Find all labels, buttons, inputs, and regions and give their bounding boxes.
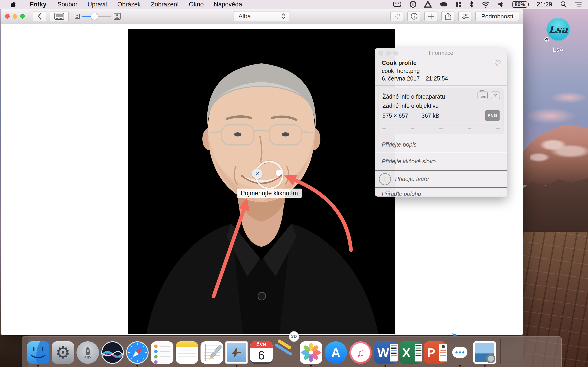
- face-dismiss-button[interactable]: ×: [252, 168, 262, 179]
- album-popup-button[interactable]: Alba: [233, 11, 289, 21]
- battery-nub: [528, 3, 529, 6]
- menu-item-upravit[interactable]: Upravit: [82, 1, 112, 8]
- launchpad-icon: [77, 341, 99, 364]
- excel-letter: X: [399, 341, 422, 364]
- exif-placeholder-row: – – – – –: [382, 124, 500, 132]
- exif-dash: –: [382, 124, 386, 132]
- photo-datetime: 6. června 2017 21:25:54: [382, 75, 501, 82]
- calendar-day: 6: [250, 348, 273, 362]
- dock-item-reminders[interactable]: [151, 341, 173, 364]
- volume-icon[interactable]: [498, 1, 505, 8]
- back-button[interactable]: [33, 11, 46, 21]
- mouse-cursor-icon: [544, 34, 551, 42]
- favorite-button[interactable]: ♡: [390, 11, 404, 21]
- onepassword-icon[interactable]: [409, 1, 416, 8]
- add-button[interactable]: [424, 11, 438, 21]
- google-drive-icon[interactable]: [424, 1, 432, 8]
- dock-item-calendar[interactable]: ČVN 6: [250, 341, 273, 364]
- dock-item-excel[interactable]: X: [399, 341, 422, 364]
- dock-item-messages[interactable]: [449, 341, 471, 364]
- bluetooth-icon[interactable]: [469, 1, 474, 8]
- menu-item-fotky[interactable]: Fotky: [25, 1, 52, 8]
- dock-item-itunes[interactable]: ♫: [349, 341, 372, 364]
- dock-item-finder[interactable]: [27, 341, 49, 364]
- dock-item-powerpoint[interactable]: P: [424, 341, 446, 364]
- thumbnail-zoom-slider[interactable]: [75, 13, 121, 20]
- running-indicator: [484, 365, 485, 367]
- face-name-tooltip[interactable]: Pojmenujte kliknutím: [237, 189, 302, 198]
- toolbar-right-group: ♡: [387, 11, 519, 21]
- camera-help-icon[interactable]: ?: [491, 92, 500, 99]
- wallpaper-mountain-strip: [523, 0, 588, 367]
- share-button[interactable]: [441, 11, 455, 21]
- battery-indicator[interactable]: 80%: [512, 1, 529, 8]
- photo-tim-cook[interactable]: × Pojmenujte kliknutím: [128, 29, 395, 334]
- dock: ⚙: [22, 336, 562, 367]
- dock-item-mail[interactable]: [225, 341, 248, 364]
- view-mode-button[interactable]: [50, 11, 69, 21]
- minimize-window-button[interactable]: [13, 14, 17, 19]
- dock-item-safari[interactable]: [126, 341, 149, 364]
- dock-item-preview[interactable]: [473, 341, 496, 364]
- desktop-shortcut-lsa[interactable]: Lsa LsA: [541, 18, 575, 53]
- small-photo-icon: [75, 14, 80, 19]
- lsa-badge-icon[interactable]: Lsa: [547, 18, 569, 40]
- info-button[interactable]: [407, 11, 421, 21]
- dock-item-notes[interactable]: [176, 341, 198, 364]
- photo-filesize: 367 kB: [422, 111, 439, 120]
- menu-item-napoveda[interactable]: Nápověda: [209, 1, 247, 8]
- adjust-button[interactable]: [458, 11, 472, 21]
- safari-icon: [126, 341, 149, 364]
- panel-favorite-button[interactable]: ♡: [494, 60, 501, 67]
- menu-item-okno[interactable]: Okno: [184, 1, 209, 8]
- add-face-icon[interactable]: +: [379, 173, 391, 185]
- details-button[interactable]: Podrobnosti: [476, 11, 519, 21]
- dock-item-trash[interactable]: [505, 341, 527, 364]
- add-description-field[interactable]: Přidejte popis: [375, 137, 507, 152]
- mail-icon: [225, 341, 248, 364]
- dock-item-textedit[interactable]: [200, 341, 223, 364]
- large-photo-icon: [114, 13, 121, 20]
- exif-dash: –: [439, 124, 443, 132]
- album-popup-value: Alba: [238, 13, 251, 20]
- menu-item-zobrazeni[interactable]: Zobrazení: [146, 1, 184, 8]
- menu-item-obrazek[interactable]: Obrázek: [112, 1, 146, 8]
- apple-menu[interactable]: [10, 1, 16, 8]
- itunes-icon: ♫: [349, 341, 372, 364]
- popup-chevrons-icon: [281, 13, 286, 20]
- face-ring-handle[interactable]: [276, 170, 282, 176]
- menu-item-soubor[interactable]: Soubor: [52, 1, 82, 8]
- exif-dash: –: [411, 124, 414, 132]
- assign-location-field[interactable]: Přiřaďte polohu: [375, 187, 507, 197]
- dock-item-system-preferences[interactable]: ⚙: [52, 341, 74, 364]
- dock-item-app-store[interactable]: A: [325, 341, 347, 364]
- calendar-icon: ČVN 6: [250, 341, 273, 364]
- input-source-icon[interactable]: [393, 1, 402, 8]
- dock-item-launchpad[interactable]: [77, 341, 99, 364]
- battery-percent: 80%: [512, 1, 527, 8]
- close-window-button[interactable]: [5, 14, 10, 19]
- dock-item-photos[interactable]: [300, 341, 322, 364]
- info-icon: [410, 13, 418, 20]
- dock-item-siri[interactable]: [101, 341, 124, 364]
- menu-bar-clock[interactable]: 21:29: [536, 1, 552, 8]
- dock-item-word[interactable]: W: [374, 341, 397, 364]
- photo-title[interactable]: Cook profile: [382, 59, 501, 67]
- finder-icon: [27, 341, 49, 364]
- menu-bar-status: 80% 21:29: [393, 1, 588, 8]
- onedrive-icon[interactable]: [439, 1, 448, 7]
- powerpoint-letter: P: [424, 341, 446, 364]
- wifi-icon[interactable]: [482, 1, 490, 8]
- zoom-slider-knob[interactable]: [91, 13, 98, 20]
- sliders-icon: [461, 13, 469, 20]
- notification-center-icon[interactable]: [575, 1, 582, 7]
- window-blocks-icon[interactable]: [456, 1, 461, 8]
- add-faces-row[interactable]: + Přidejte tváře: [375, 170, 507, 187]
- add-keyword-field[interactable]: Přidejte klíčové slovo: [375, 152, 507, 170]
- spotlight-icon[interactable]: [560, 1, 567, 8]
- zoom-slider-track[interactable]: [82, 16, 111, 17]
- info-panel-title: Informace: [375, 50, 507, 56]
- dock-item-maps[interactable]: 3D: [275, 341, 297, 364]
- zoom-window-button[interactable]: [20, 14, 25, 19]
- powerpoint-icon: P: [424, 341, 446, 364]
